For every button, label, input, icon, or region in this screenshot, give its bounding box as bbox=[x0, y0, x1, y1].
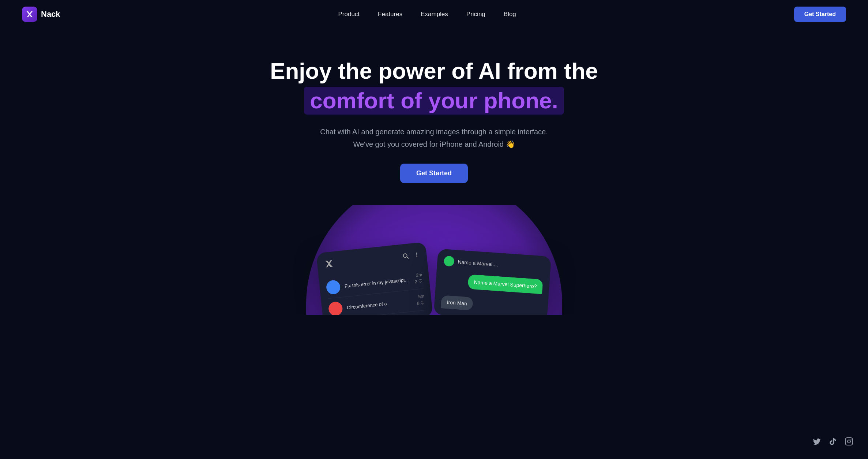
chat-item-1-text: Fix this error in my javascript... bbox=[344, 276, 409, 288]
svg-line-3 bbox=[407, 256, 409, 258]
nav-link-pricing[interactable]: Pricing bbox=[466, 11, 485, 18]
search-icon bbox=[402, 252, 409, 261]
svg-point-6 bbox=[416, 256, 417, 257]
hero-cta-button[interactable]: Get Started bbox=[400, 164, 468, 183]
hero-section: Enjoy the power of AI from the comfort o… bbox=[0, 29, 868, 315]
tiktok-icon[interactable] bbox=[828, 437, 837, 448]
svg-point-2 bbox=[403, 253, 407, 257]
logo-icon bbox=[22, 7, 37, 22]
chat-item-2-left: Circumference of a bbox=[328, 296, 387, 314]
conv-header: Name a Marvel.... bbox=[443, 255, 544, 273]
nav-cta-button[interactable]: Get Started bbox=[794, 7, 846, 22]
phone-card-left: Fix this error in my javascript... 2m 2 … bbox=[316, 242, 433, 314]
navbar: Nack Product Features Examples Pricing B… bbox=[0, 0, 868, 29]
chat-avatar-red bbox=[328, 301, 343, 314]
phones-container: Fix this error in my javascript... 2m 2 … bbox=[319, 240, 549, 315]
logo-text: Nack bbox=[41, 10, 60, 19]
chat-item-1-time: 2m bbox=[414, 272, 422, 278]
chat-item-2-count: 8 🗩 bbox=[417, 300, 425, 306]
hero-subtitle-line1: Chat with AI and generate amazing images… bbox=[320, 128, 548, 136]
logo[interactable]: Nack bbox=[22, 7, 60, 22]
hero-subtitle: Chat with AI and generate amazing images… bbox=[320, 126, 548, 150]
twitter-icon[interactable] bbox=[812, 437, 821, 448]
nav-links: Product Features Examples Pricing Blog bbox=[338, 11, 516, 18]
left-card-logo-icon bbox=[323, 258, 335, 272]
conv-bubbles: Name a Marvel Superhero? Iron Man bbox=[440, 272, 543, 315]
chat-item-2-meta: 5m 8 🗩 bbox=[416, 293, 425, 306]
social-icons-container bbox=[812, 437, 853, 448]
left-card-header bbox=[323, 249, 421, 271]
nav-link-features[interactable]: Features bbox=[378, 11, 402, 18]
phone-mockup-section: Fix this error in my javascript... 2m 2 … bbox=[0, 205, 868, 315]
nav-link-blog[interactable]: Blog bbox=[504, 11, 516, 18]
nav-link-product[interactable]: Product bbox=[338, 11, 360, 18]
more-icon bbox=[413, 251, 420, 260]
svg-point-9 bbox=[851, 439, 852, 440]
hero-title: Enjoy the power of AI from the comfort o… bbox=[270, 58, 598, 115]
left-card-action-icons bbox=[402, 251, 420, 261]
svg-rect-7 bbox=[845, 438, 853, 445]
conv-title: Name a Marvel.... bbox=[458, 259, 498, 268]
chat-avatar-blue bbox=[326, 279, 341, 295]
nav-item-features[interactable]: Features bbox=[378, 11, 402, 18]
nav-link-examples[interactable]: Examples bbox=[421, 11, 448, 18]
response-bubble: Iron Man bbox=[440, 295, 473, 310]
nav-item-product[interactable]: Product bbox=[338, 11, 360, 18]
conv-avatar bbox=[443, 255, 454, 266]
hero-subtitle-line2: We've got you covered for iPhone and And… bbox=[353, 140, 515, 148]
svg-point-8 bbox=[848, 440, 850, 443]
chat-item-2-text: Circumference of a bbox=[346, 301, 387, 310]
nav-item-examples[interactable]: Examples bbox=[421, 11, 448, 18]
svg-point-4 bbox=[416, 252, 417, 253]
chat-item-1-count: 2 🗩 bbox=[414, 279, 423, 284]
nav-item-pricing[interactable]: Pricing bbox=[466, 11, 485, 18]
svg-point-5 bbox=[416, 254, 417, 255]
chat-item-1-meta: 2m 2 🗩 bbox=[414, 272, 423, 284]
hero-title-highlight: comfort of your phone. bbox=[304, 87, 564, 114]
hero-title-line1: Enjoy the power of AI from the bbox=[270, 58, 598, 83]
nav-item-blog[interactable]: Blog bbox=[504, 11, 516, 18]
chat-item-2-time: 5m bbox=[416, 293, 424, 299]
phone-card-right: Name a Marvel.... Name a Marvel Superher… bbox=[433, 249, 551, 315]
instagram-icon[interactable] bbox=[845, 437, 853, 448]
